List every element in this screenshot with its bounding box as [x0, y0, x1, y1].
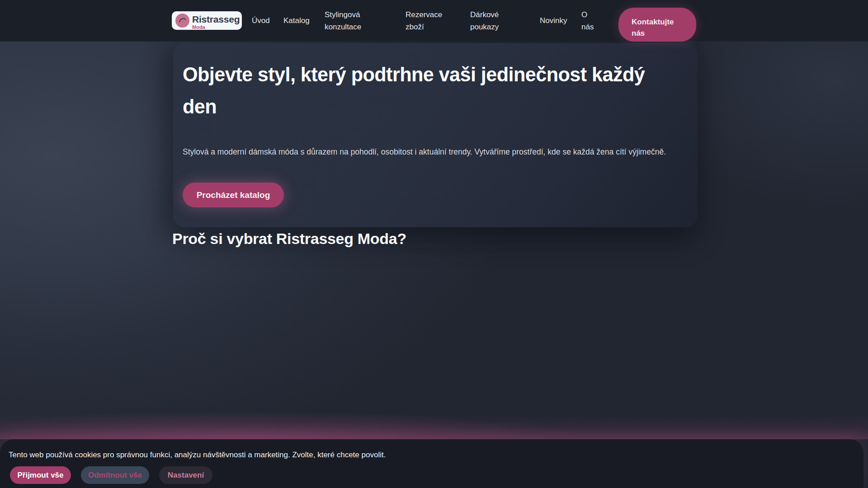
nav-link-novinky[interactable]: Novinky	[540, 14, 567, 27]
nav-link-o-nas[interactable]: O nás	[581, 9, 600, 33]
page: Objevte styl, který podtrhne vaši jedine…	[0, 0, 868, 488]
nav-link-darkove-poukazy[interactable]: Dárkové poukazy	[470, 9, 506, 33]
hero-card: Objevte styl, který podtrhne vaši jedine…	[173, 43, 698, 227]
top-navbar: Ristrasseg Moda Úvod Katalog Stylingová …	[0, 0, 868, 42]
cookie-banner-glow	[0, 413, 868, 439]
hero-title-line-1: Objevte styl, který podtrhne vaši jedine…	[183, 58, 673, 90]
contact-us-button[interactable]: Kontaktujte nás	[618, 8, 696, 42]
cookie-message: Tento web používá cookies pro správnou f…	[9, 450, 386, 460]
brand-logo[interactable]: Ristrasseg Moda	[172, 11, 242, 30]
accept-all-button[interactable]: Přijmout vše	[10, 466, 71, 484]
cookie-banner: Tento web používá cookies pro správnou f…	[0, 439, 863, 488]
brand-circle-icon	[175, 14, 189, 28]
brand-tagline: Moda	[192, 24, 205, 30]
brand-name: Ristrasseg	[192, 14, 240, 25]
nav-link-katalog[interactable]: Katalog	[283, 14, 310, 27]
reject-all-button[interactable]: Odmítnout vše	[81, 466, 149, 484]
arc-icon	[179, 18, 186, 22]
browse-catalog-button[interactable]: Procházet katalog	[183, 183, 284, 207]
cookie-settings-button[interactable]: Nastavení	[159, 466, 212, 484]
hero-subtitle: Stylová a moderní dámská móda s důrazem …	[183, 146, 684, 158]
why-choose-heading: Proč si vybrat Ristrasseg Moda?	[172, 230, 406, 248]
nav-link-uvod[interactable]: Úvod	[252, 14, 270, 27]
hero-title-line-2: den	[183, 90, 673, 122]
hero-title: Objevte styl, který podtrhne vaši jedine…	[183, 58, 673, 122]
nav-link-rezervace-zbozi[interactable]: Rezervace zboží	[406, 9, 447, 33]
nav-link-stylingova-konzultace[interactable]: Stylingová konzultace	[325, 9, 368, 33]
